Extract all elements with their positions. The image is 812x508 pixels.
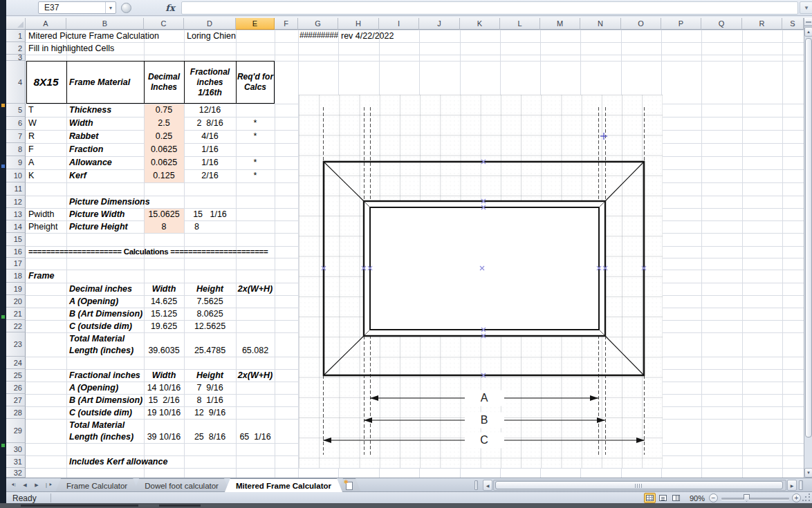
tab-scroll-next-button[interactable]: ▶ xyxy=(31,480,42,491)
row-header-32[interactable]: 32 xyxy=(6,468,26,478)
name-box-dropdown-icon[interactable]: ▼ xyxy=(105,2,116,13)
cell-c28[interactable]: 19 10/16 xyxy=(144,406,184,419)
cell-a13[interactable]: Pwidth xyxy=(26,208,66,220)
cell-e19[interactable]: 2x(W+H) xyxy=(236,283,275,295)
cell-b27[interactable]: B (Art Dimension) xyxy=(66,394,144,406)
horizontal-scrollbar-thumb[interactable] xyxy=(495,481,783,489)
cell-e7[interactable]: * xyxy=(236,130,275,143)
cell-a8[interactable]: F xyxy=(26,143,66,156)
column-header-l[interactable]: L xyxy=(500,18,540,30)
cell-d9[interactable]: 1/16 xyxy=(184,156,236,169)
horizontal-scrollbar[interactable] xyxy=(493,480,786,491)
column-header-d[interactable]: D xyxy=(184,18,236,30)
cell-b13[interactable]: Picture Width xyxy=(66,208,144,220)
row-header-3[interactable]: 3 xyxy=(6,55,26,61)
cell-e29[interactable]: 65 1/16 xyxy=(236,419,275,443)
scroll-up-button[interactable]: ▲ xyxy=(804,27,812,37)
cell-b9[interactable]: Allowance xyxy=(66,156,144,169)
select-all-button[interactable] xyxy=(6,18,26,30)
expand-formula-bar-icon[interactable]: ▼ xyxy=(800,1,812,14)
row-header-31[interactable]: 31 xyxy=(6,455,26,468)
page-layout-view-button[interactable] xyxy=(657,493,669,503)
cell-a9[interactable]: A xyxy=(26,156,66,169)
column-header-j[interactable]: J xyxy=(419,18,460,30)
cell-b22[interactable]: C (outside dim) xyxy=(66,320,144,332)
cell-e6[interactable]: * xyxy=(236,117,275,130)
column-header-k[interactable]: K xyxy=(460,18,500,30)
cell-b12[interactable]: Picture Dimensions xyxy=(66,196,144,208)
cell-b29[interactable]: Total Material Length (inches) xyxy=(66,419,144,443)
tab-scroll-last-button[interactable]: ❘⯈ xyxy=(43,480,54,491)
cell-c20[interactable]: 14.625 xyxy=(144,295,184,308)
name-box[interactable]: E37 ▼ xyxy=(38,1,116,14)
cell-e23[interactable]: 65.082 xyxy=(236,332,275,357)
row-header-11[interactable]: 11 xyxy=(6,182,26,196)
column-header-g[interactable]: G xyxy=(298,18,338,30)
normal-view-button[interactable] xyxy=(644,493,656,503)
cell-b8[interactable]: Fraction xyxy=(66,143,144,156)
cell-c10[interactable]: 0.125 xyxy=(144,169,184,182)
row-header-6[interactable]: 6 xyxy=(6,117,26,130)
cell-d19[interactable]: Height xyxy=(184,283,236,295)
cell-d14[interactable]: 8 xyxy=(184,220,236,233)
vertical-split-box[interactable] xyxy=(804,18,812,26)
cell-d10[interactable]: 2/16 xyxy=(184,169,236,182)
row-header-7[interactable]: 7 xyxy=(6,130,26,143)
page-break-view-button[interactable] xyxy=(670,493,682,503)
column-header-c[interactable]: C xyxy=(144,18,184,30)
row-header-16[interactable]: 16 xyxy=(6,246,26,258)
cell-d5[interactable]: 12/16 xyxy=(184,104,236,117)
vertical-scrollbar[interactable]: ▲ ▼ xyxy=(804,18,812,478)
cell-c19[interactable]: Width xyxy=(144,283,184,295)
cell-c8[interactable]: 0.0625 xyxy=(144,143,184,156)
cell-b21[interactable]: B (Art Dimension) xyxy=(66,308,144,320)
zoom-level[interactable]: 90% xyxy=(690,492,705,504)
scroll-down-button[interactable]: ▼ xyxy=(804,468,812,478)
cell-h1[interactable]: rev 4/22/2022 xyxy=(338,30,379,42)
cell-d6[interactable]: 2 8/16 xyxy=(184,117,236,130)
cell-c7[interactable]: 0.25 xyxy=(144,130,184,143)
row-header-14[interactable]: 14 xyxy=(6,220,26,233)
cell-d29[interactable]: 25 8/16 xyxy=(184,419,236,443)
row-header-8[interactable]: 8 xyxy=(6,143,26,156)
row-header-29[interactable]: 29 xyxy=(6,419,26,443)
tab-dowel-foot-calculator[interactable]: Dowel foot calculator xyxy=(133,478,230,492)
zoom-slider[interactable] xyxy=(721,498,789,500)
column-header-f[interactable]: F xyxy=(275,18,298,30)
tab-scroll-first-button[interactable]: ⯇❘ xyxy=(8,480,19,491)
row-header-10[interactable]: 10 xyxy=(6,169,26,182)
cell-c26[interactable]: 14 10/16 xyxy=(144,382,184,394)
cell-d8[interactable]: 1/16 xyxy=(184,143,236,156)
row-header-20[interactable]: 20 xyxy=(6,295,26,308)
row-header-17[interactable]: 17 xyxy=(6,258,26,270)
row-header-25[interactable]: 25 xyxy=(6,369,26,382)
cell-d23[interactable]: 25.4785 xyxy=(184,332,236,357)
cell-a4[interactable]: 8X15 xyxy=(26,61,66,104)
cell-d28[interactable]: 12 9/16 xyxy=(184,406,236,419)
horizontal-split-box[interactable] xyxy=(799,480,803,490)
cell-b31[interactable]: Includes Kerf allowance xyxy=(66,455,144,468)
cell-c23[interactable]: 39.6035 xyxy=(144,332,184,357)
cell-e25[interactable]: 2x(W+H) xyxy=(236,369,275,382)
row-header-23[interactable]: 23 xyxy=(6,332,26,357)
row-header-15[interactable]: 15 xyxy=(6,233,26,246)
frame-drawing-canvas[interactable]: A B C xyxy=(299,95,663,468)
cell-e4[interactable]: Req'd for Calcs xyxy=(236,61,275,104)
zoom-out-button[interactable]: − xyxy=(709,493,718,502)
cell-d20[interactable]: 7.5625 xyxy=(184,295,236,308)
column-header-b[interactable]: B xyxy=(66,18,144,30)
column-header-i[interactable]: I xyxy=(379,18,419,30)
cell-c21[interactable]: 15.125 xyxy=(144,308,184,320)
cell-b28[interactable]: C (outside dim) xyxy=(66,406,144,419)
row-header-12[interactable]: 12 xyxy=(6,196,26,208)
cell-a6[interactable]: W xyxy=(26,117,66,130)
row-header-2[interactable]: 2 xyxy=(6,42,26,55)
cell-c14[interactable]: 8 xyxy=(144,220,184,233)
cell-d27[interactable]: 8 1/16 xyxy=(184,394,236,406)
row-header-18[interactable]: 18 xyxy=(6,270,26,283)
cell-c13[interactable]: 15.0625 xyxy=(144,208,184,220)
cell-d7[interactable]: 4/16 xyxy=(184,130,236,143)
zoom-in-button[interactable]: + xyxy=(792,493,801,502)
cell-a14[interactable]: Pheight xyxy=(26,220,66,233)
column-header-m[interactable]: M xyxy=(540,18,580,30)
